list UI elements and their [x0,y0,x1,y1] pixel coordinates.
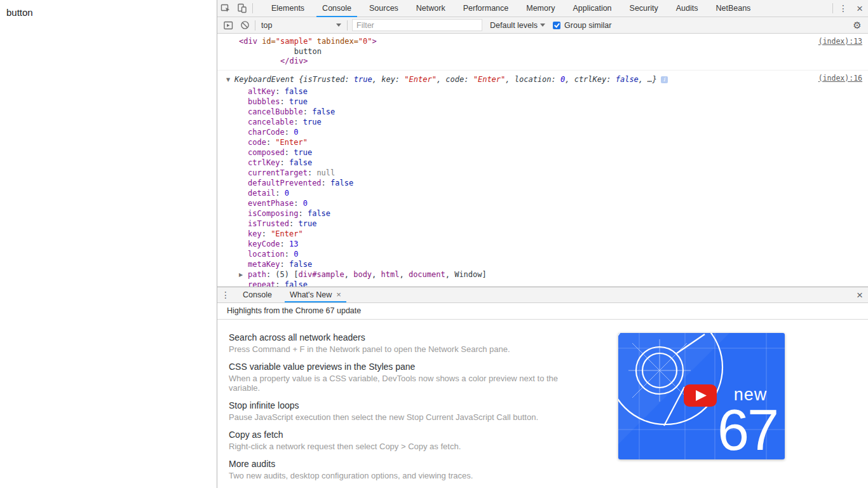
sample-div-text[interactable]: button [6,7,33,18]
object-property-row: altKey: false [234,86,811,97]
object-properties: altKey: falsebubbles: truecancelBubble: … [234,86,811,287]
object-property-row: currentTarget: null [234,168,811,178]
divider [832,3,833,13]
drawer: ⋮ ConsoleWhat's New× × Highlights from t… [217,287,868,488]
tab-elements[interactable]: Elements [266,0,310,17]
object-property-row[interactable]: ▶path: (5) [div#sample, body, html, docu… [234,269,811,280]
console-sidebar-icon[interactable] [220,17,236,34]
devtools-close-icon[interactable]: × [851,0,868,17]
drawer-tabs: ConsoleWhat's New× [234,287,350,303]
tab-sources[interactable]: Sources [363,0,404,17]
object-property-row: location: 0 [234,249,811,259]
object-property-row: repeat: false [234,280,811,287]
section-title: Search across all network headers [229,332,566,342]
object-property-row: code: "Enter" [234,137,811,147]
divider [347,20,348,30]
section-description: Right-click a network request then selec… [229,442,566,451]
tab-console[interactable]: Console [316,0,357,17]
execution-context-select[interactable]: top [257,19,345,32]
whats-new-section: More auditsTwo new audits, desktop confi… [229,459,566,480]
tab-security[interactable]: Security [624,0,664,17]
console-settings-gear-icon[interactable]: ⚙ [849,17,865,34]
whats-new-header: Highlights from the Chrome 67 update [217,303,868,320]
section-title: Stop infinite loops [229,400,566,410]
object-property-row: detail: 0 [234,188,811,198]
chrome-67-video-thumbnail[interactable]: new 67 [618,333,785,459]
version-label: 67 [717,398,777,459]
object-property-row: defaultPrevented: false [234,178,811,188]
devtools-tabbar: ElementsConsoleSourcesNetworkPerformance… [217,0,868,17]
section-title: Copy as fetch [229,430,566,440]
object-property-row: cancelBubble: false [234,107,811,117]
console-toolbar: top Default levels Group similar ⚙ [217,17,868,34]
console-messages: <div id="sample" tabindex="0"> button </… [217,34,868,287]
log-levels-select[interactable]: Default levels [485,21,550,30]
tab-close-icon[interactable]: × [336,290,341,299]
inspect-element-icon[interactable] [217,0,234,17]
screen: button ElementsConsoleSourcesNetworkPerf… [0,0,868,488]
tab-netbeans[interactable]: NetBeans [710,0,756,17]
tab-application[interactable]: Application [567,0,617,17]
log-levels-value: Default levels [490,21,538,30]
console-message-keyboardevent: ▼ KeyboardEvent {isTrusted: true, key: "… [217,71,868,287]
execution-context-value: top [261,21,334,30]
section-description: When a property value is a CSS variable,… [229,374,566,393]
whats-new-section: Search across all network headersPress C… [229,332,566,354]
chevron-down-icon [336,24,341,27]
group-similar-label: Group similar [564,21,611,30]
html-output-lines: <div id="sample" tabindex="0"> button </… [239,37,811,67]
preview-tokens: KeyboardEvent {isTrusted: true, key: "En… [234,75,657,84]
section-description: Press Command + F in the Network panel t… [229,344,566,354]
whats-new-body: Search across all network headersPress C… [217,320,868,488]
object-preview: KeyboardEvent {isTrusted: true, key: "En… [234,74,811,85]
whats-new-section: Stop infinite loopsPause JavaScript exec… [229,400,566,422]
devtools-tabbar-tabs: ElementsConsoleSourcesNetworkPerformance… [262,0,759,17]
console-message-html: <div id="sample" tabindex="0"> button </… [217,34,868,71]
event-info-icon[interactable]: i [661,76,668,83]
source-link[interactable]: (index):16 [818,74,862,83]
clear-console-icon[interactable] [236,17,253,34]
tab-memory[interactable]: Memory [520,0,560,17]
object-property-row: composed: true [234,147,811,158]
object-property-row: key: "Enter" [234,229,811,239]
chevron-down-icon [540,24,545,27]
tab-performance[interactable]: Performance [458,0,515,17]
section-title: More audits [229,459,566,469]
group-similar-checkbox[interactable] [553,22,560,29]
tab-network[interactable]: Network [410,0,451,17]
device-toolbar-icon[interactable] [234,0,250,17]
object-property-row: cancelable: true [234,117,811,127]
expand-arrow-icon[interactable]: ▶ [239,270,243,280]
drawer-tabbar: ⋮ ConsoleWhat's New× × [217,287,868,303]
section-description: Two new audits, desktop configuration op… [229,471,566,480]
section-title: CSS variable value previews in the Style… [229,362,566,372]
collapse-arrow-icon[interactable]: ▼ [226,77,230,83]
object-property-row: keyCode: 13 [234,239,811,249]
section-description: Pause JavaScript execution then select t… [229,412,566,422]
source-link[interactable]: (index):13 [818,37,862,46]
object-property-row: isComposing: false [234,208,811,219]
drawer-more-options-icon[interactable]: ⋮ [217,287,234,303]
more-options-icon[interactable]: ⋮ [835,0,851,17]
divider [255,20,255,30]
divider [252,3,253,13]
drawer-tab-console[interactable]: Console [238,287,277,302]
object-property-row: eventPhase: 0 [234,198,811,208]
console-filter-input[interactable] [352,19,482,31]
devtools-panel: ElementsConsoleSourcesNetworkPerformance… [217,0,868,488]
object-property-row: charCode: 0 [234,127,811,137]
whats-new-section: Copy as fetchRight-click a network reque… [229,430,566,451]
object-property-row: metaKey: false [234,259,811,269]
drawer-close-icon[interactable]: × [851,287,868,303]
whats-new-section: CSS variable value previews in the Style… [229,362,566,393]
object-property-row: isTrusted: true [234,219,811,229]
web-page: button [0,0,217,488]
drawer-tab-what-s-new[interactable]: What's New× [285,287,346,302]
tab-audits[interactable]: Audits [670,0,704,17]
object-property-row: ctrlKey: false [234,158,811,168]
object-property-row: bubbles: true [234,97,811,107]
